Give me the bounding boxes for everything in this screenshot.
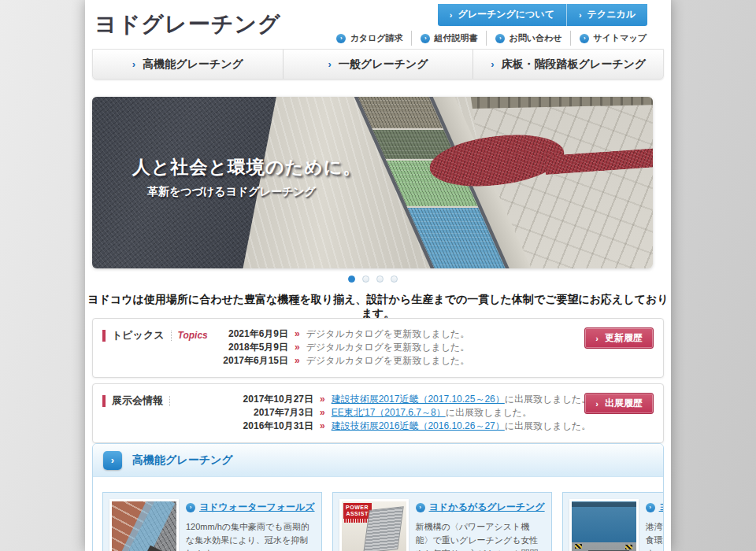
exhibition-text: 建設技術展2017近畿（2017.10.25～26）に出展致しました。 bbox=[332, 393, 591, 406]
product-image-rust-guard bbox=[572, 501, 636, 551]
tab-about-grating[interactable]: › グレーチングについて bbox=[438, 4, 566, 26]
hero-subheadline: 革新をつづけるヨドグレーチング bbox=[147, 185, 316, 199]
chevron-icon: › bbox=[450, 10, 453, 20]
exhibition-link[interactable]: EE東北'17（2017.6.7～8） bbox=[332, 407, 446, 418]
nav-item-floor-stair-grating[interactable]: › 床板・階段踏板グレーチング bbox=[472, 50, 663, 79]
exhibition-history-button[interactable]: › 出展履歴 bbox=[584, 393, 654, 414]
top-tabs: › グレーチングについて › テクニカル bbox=[438, 4, 647, 26]
image-bumper bbox=[625, 545, 632, 549]
utility-link-sitemap[interactable]: › サイトマップ bbox=[570, 31, 655, 46]
exhibition-link[interactable]: 建設技術展2017近畿（2017.10.25～26） bbox=[332, 394, 505, 405]
chevron-icon: › bbox=[595, 334, 598, 343]
exhibitions-box: 展示会情報 2017年10月27日 » 建設技術展2017近畿（2017.10.… bbox=[92, 383, 664, 443]
chevron-icon: › bbox=[491, 58, 494, 70]
utility-link-assembly-manual[interactable]: › 組付説明書 bbox=[411, 31, 486, 46]
arrow-circle-icon: › bbox=[186, 503, 195, 512]
product-link-karugaru[interactable]: ヨドかるがるグレーチング bbox=[429, 501, 545, 514]
arrow-circle-icon: › bbox=[336, 34, 346, 43]
product-image-frame bbox=[569, 499, 639, 551]
chevron-square-icon[interactable]: › bbox=[103, 451, 122, 470]
product-link-waterfalls[interactable]: ヨドウォーターフォールズ bbox=[199, 501, 315, 514]
exhibition-text: 建設技術展2016近畿（2016.10.26～27）に出展致しました。 bbox=[332, 420, 591, 433]
card-content: › ヨドかるがるグレーチング 新機構の〈パワーアシスト機能〉で重いグレーチングも… bbox=[416, 499, 545, 551]
chevron-icon: › bbox=[132, 58, 135, 70]
card-title-row[interactable]: › ヨドグレーチング さびガード bbox=[646, 501, 664, 514]
exhibition-history-label: 出展履歴 bbox=[605, 397, 643, 410]
nav-item-general-grating[interactable]: › 一般グレーチング bbox=[283, 50, 473, 79]
exhibition-date: 2017年7月3日 bbox=[238, 406, 313, 420]
utility-nav: › カタログ請求 › 組付説明書 › お問い合わせ › サイトマップ bbox=[328, 31, 655, 46]
section-body: › ヨドウォーターフォールズ 120mm/hの集中豪雨でも画期的な集水効果により… bbox=[93, 477, 663, 551]
utility-link-contact[interactable]: › お問い合わせ bbox=[486, 31, 570, 46]
carousel-dot-4[interactable] bbox=[391, 276, 398, 283]
site-logo[interactable]: ヨドグレーチング bbox=[94, 9, 281, 39]
exhibition-suffix: に出展致しました。 bbox=[446, 407, 532, 418]
double-arrow-icon: » bbox=[295, 354, 300, 368]
section-header: › 高機能グレーチング bbox=[93, 444, 663, 477]
product-card-waterfalls: › ヨドウォーターフォールズ 120mm/hの集中豪雨でも画期的な集水効果により… bbox=[102, 492, 322, 551]
power-assist-badge: POWER ASSIST bbox=[343, 503, 372, 519]
product-card-karugaru: POWER ASSIST › ヨドかるがるグレーチング 新機構の〈パワーアシスト… bbox=[332, 492, 552, 551]
hero-carousel-slide[interactable]: 人と社会と環境のために。 革新をつづけるヨドグレーチング bbox=[92, 97, 653, 268]
update-history-button[interactable]: › 更新履歴 bbox=[584, 327, 654, 349]
product-image-frame: POWER ASSIST bbox=[339, 499, 409, 551]
product-image-power-assist: POWER ASSIST bbox=[342, 501, 406, 551]
carousel-dot-2[interactable] bbox=[362, 276, 369, 283]
product-description: 120mm/hの集中豪雨でも画期的な集水効果により、冠水を抑制します。 bbox=[186, 520, 315, 551]
topics-title: トピックス bbox=[112, 328, 165, 342]
nav-label: 一般グレーチング bbox=[339, 57, 428, 72]
tab-technical-label: テクニカル bbox=[587, 8, 636, 21]
exhibition-date: 2017年10月27日 bbox=[238, 393, 313, 406]
intro-text: ヨドコウは使用場所に合わせた豊富な機種を取り揃え、設計から生産までの一貫した体制… bbox=[85, 293, 671, 321]
exhibitions-heading: 展示会情報 bbox=[102, 394, 238, 408]
product-description: 新機構の〈パワーアシスト機能〉で重いグレーチングも女性やお年寄りの方がカル～ク開… bbox=[416, 520, 545, 551]
card-content: › ヨドウォーターフォールズ 120mm/hの集中豪雨でも画期的な集水効果により… bbox=[186, 499, 315, 551]
main-nav: › 高機能グレーチング › 一般グレーチング › 床板・階段踏板グレーチング bbox=[92, 49, 664, 80]
product-image-waterfalls bbox=[112, 501, 176, 551]
arrow-circle-icon: › bbox=[416, 503, 425, 512]
nav-label: 床板・階段踏板グレーチング bbox=[502, 57, 647, 72]
product-description: 港湾、漁港、魚市場などの激しい腐食環境で、高耐食性能を発揮します。 bbox=[646, 520, 664, 551]
double-arrow-icon: » bbox=[295, 327, 300, 341]
grating-segment-brown bbox=[356, 97, 443, 128]
carousel-dot-3[interactable] bbox=[376, 276, 384, 283]
arrow-circle-icon: › bbox=[580, 34, 589, 43]
utility-label: 組付説明書 bbox=[434, 32, 477, 44]
double-arrow-icon: » bbox=[320, 393, 325, 406]
carousel-dot-1[interactable] bbox=[348, 276, 355, 283]
topics-title-en: Topics bbox=[178, 330, 208, 341]
topic-date: 2017年6月15日 bbox=[213, 354, 288, 368]
card-title-row[interactable]: › ヨドかるがるグレーチング bbox=[416, 501, 545, 514]
badge-line-1: POWER bbox=[343, 505, 372, 511]
chevron-icon: › bbox=[579, 10, 582, 20]
image-grating-panel bbox=[363, 506, 404, 551]
double-arrow-icon: » bbox=[320, 406, 325, 420]
badge-line-2: ASSIST bbox=[343, 511, 372, 517]
card-title-row[interactable]: › ヨドウォーターフォールズ bbox=[186, 501, 315, 514]
divider bbox=[171, 331, 172, 341]
image-horizon-part bbox=[572, 502, 636, 507]
utility-label: サイトマップ bbox=[593, 32, 647, 44]
double-arrow-icon: » bbox=[320, 420, 325, 433]
chevron-icon: › bbox=[328, 58, 332, 70]
exhibition-suffix: に出展致しました。 bbox=[505, 420, 591, 431]
page: ヨドグレーチング › グレーチングについて › テクニカル › カタログ請求 ›… bbox=[85, 0, 671, 551]
exhibition-text: EE東北'17（2017.6.7～8）に出展致しました。 bbox=[332, 406, 532, 420]
tab-technical[interactable]: › テクニカル bbox=[566, 4, 647, 26]
exhibition-date: 2016年10月31日 bbox=[238, 420, 313, 433]
exhibition-link[interactable]: 建設技術展2016近畿（2016.10.26～27） bbox=[332, 420, 505, 431]
utility-label: カタログ請求 bbox=[350, 32, 402, 44]
topic-date: 2018年5月9日 bbox=[213, 341, 288, 354]
exhibition-suffix: に出展致しました。 bbox=[505, 394, 591, 405]
topics-heading: トピックス Topics bbox=[102, 328, 213, 342]
product-link-rust-guard[interactable]: ヨドグレーチング さびガード bbox=[659, 501, 664, 514]
hero-headline: 人と社会と環境のために。 bbox=[132, 155, 361, 179]
arrow-circle-icon: › bbox=[646, 503, 655, 512]
exhibitions-title: 展示会情報 bbox=[112, 394, 163, 408]
red-bar-icon bbox=[102, 395, 106, 407]
topics-box: トピックス Topics 2021年6月9日 » デジタルカタログを更新致しまし… bbox=[92, 318, 664, 378]
utility-link-catalog-request[interactable]: › カタログ請求 bbox=[328, 31, 411, 46]
arrow-circle-icon: › bbox=[421, 34, 430, 43]
nav-item-high-function-grating[interactable]: › 高機能グレーチング bbox=[93, 50, 283, 79]
topic-text: デジタルカタログを更新致しました。 bbox=[306, 354, 470, 368]
